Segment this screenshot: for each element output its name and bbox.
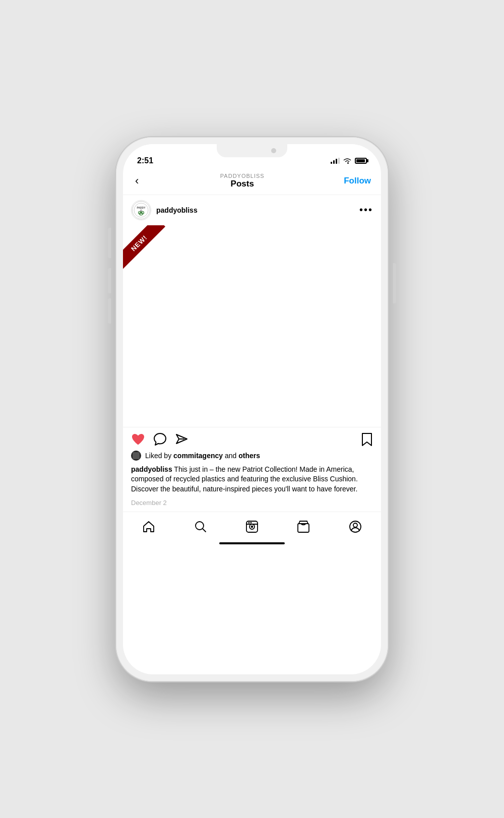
liked-by-prefix: Liked by — [145, 452, 173, 460]
phone-screen: 2:51 — [123, 144, 381, 674]
nav-posts-label: Posts — [141, 179, 344, 189]
like-button[interactable] — [131, 433, 145, 446]
volume-up-button[interactable] — [108, 268, 111, 293]
svg-point-17 — [353, 523, 357, 527]
volume-down-button[interactable] — [108, 298, 111, 324]
liked-avatar — [131, 451, 141, 461]
save-button[interactable] — [361, 432, 373, 447]
follow-button[interactable]: Follow — [344, 176, 371, 186]
back-button[interactable]: ‹ — [133, 172, 141, 190]
status-icons — [331, 157, 367, 164]
profile-icon — [349, 520, 362, 533]
reels-icon — [245, 520, 259, 533]
bottom-nav — [123, 512, 381, 539]
home-icon — [142, 520, 155, 533]
liked-avatar-inner — [133, 452, 140, 459]
action-bar — [123, 427, 381, 451]
post-header: PADDY O paddyobliss ••• — [123, 195, 381, 225]
ribbon-text: NEW! — [123, 225, 165, 269]
liked-by-user[interactable]: commitagency — [173, 452, 223, 460]
liked-by-suffix: and — [223, 452, 238, 460]
action-left — [131, 432, 188, 446]
status-bar: 2:51 — [123, 144, 381, 168]
post-timestamp: December 2 — [123, 497, 381, 512]
comment-button[interactable] — [153, 432, 167, 446]
new-ribbon: NEW! — [123, 225, 173, 276]
share-button[interactable] — [175, 432, 188, 446]
likes-text: Liked by commitagency and others — [145, 452, 260, 460]
power-button[interactable] — [393, 263, 396, 303]
svg-point-13 — [248, 522, 249, 524]
nav-profile[interactable] — [341, 518, 370, 535]
nav-shop[interactable] — [289, 518, 318, 535]
svg-line-8 — [203, 529, 206, 532]
wifi-icon — [343, 157, 352, 164]
likes-section: Liked by commitagency and others — [123, 451, 381, 464]
svg-point-11 — [251, 526, 253, 528]
nav-header: ‹ PADDYOBLISS Posts Follow — [123, 168, 381, 195]
nav-reels[interactable] — [237, 518, 267, 535]
post-image: NEW! — [123, 225, 381, 427]
post-username[interactable]: paddyobliss — [156, 206, 198, 214]
phone-frame: 2:51 — [116, 137, 388, 681]
nav-search[interactable] — [186, 518, 215, 535]
search-icon — [194, 520, 207, 533]
caption-text: paddyobliss This just in – the new Patri… — [131, 465, 358, 493]
nav-center: PADDYOBLISS Posts — [141, 173, 344, 189]
status-time: 2:51 — [137, 156, 153, 165]
liked-by-others[interactable]: others — [238, 452, 260, 460]
battery-icon — [355, 158, 367, 164]
notch — [217, 144, 287, 157]
nav-home[interactable] — [134, 518, 163, 535]
avatar[interactable]: PADDY O — [131, 200, 151, 220]
signal-icon — [331, 158, 340, 164]
avatar-logo: PADDY O — [132, 201, 150, 219]
more-options-button[interactable]: ••• — [359, 204, 373, 216]
nav-username-small: PADDYOBLISS — [141, 173, 344, 179]
caption-username[interactable]: paddyobliss — [131, 465, 172, 473]
camera — [271, 148, 276, 153]
svg-point-14 — [250, 522, 251, 524]
shop-icon — [297, 520, 310, 533]
caption-section: paddyobliss This just in – the new Patri… — [123, 464, 381, 497]
post-user-info: PADDY O paddyobliss — [131, 200, 198, 220]
home-indicator — [219, 542, 285, 544]
